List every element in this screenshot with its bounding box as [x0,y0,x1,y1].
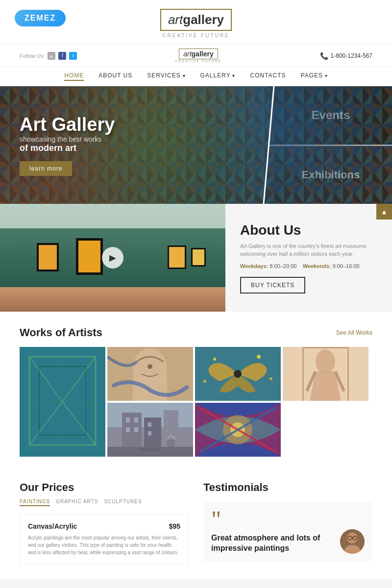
follow-us-area: Follow Us: ✉ f t [20,52,77,60]
prices-title: Our Prices [20,481,189,494]
about-title: About Us [240,222,377,238]
brand-gallery: gallery [183,12,224,27]
about-video-area: ▶ [0,204,225,312]
work-item-1[interactable] [20,347,105,457]
svg-rect-26 [134,427,138,432]
follow-us-label: Follow Us: [20,53,45,59]
nav-services[interactable]: SERVICES [147,72,185,81]
svg-rect-31 [142,448,159,451]
nav-about[interactable]: ABOUT US [98,72,132,81]
main-nav: HOME ABOUT US SERVICES GALLERY CONTACTS … [0,67,392,86]
weekdays-label: Weekdays: [240,263,268,269]
about-description: Art Gallery is one of the country's fine… [240,242,377,258]
svg-rect-28 [148,431,151,436]
works-section: Works of Artists See All Works [0,312,392,466]
phone-area: 📞 1-800-1234-567 [320,52,372,60]
hero-content-left: Art Gallery showcasing the best works of… [0,86,270,204]
scroll-top-button[interactable]: ▲ [376,204,392,220]
weekends-label: Weekends: [303,263,331,269]
work-item-4[interactable] [283,347,368,401]
svg-point-8 [234,370,242,378]
weekends-hours: 9:00–16:00 [333,263,360,269]
work-item-6[interactable] [195,403,281,457]
svg-point-10 [257,355,261,359]
testimonial-avatar [340,529,365,554]
header-logo-tagline: CREATIVE FUTURE [175,59,222,63]
hero-subtitle: showcasing the best works [20,135,250,143]
brand-art: art [168,12,183,27]
price-card-title: Canvas/Acrylic [28,522,77,530]
quote-mark: " [211,510,365,529]
prices-tab-paintings[interactable]: PAINTINGS [20,499,50,506]
email-icon[interactable]: ✉ [48,52,55,60]
testimonials-title: Testimonials [203,481,372,494]
prices-tab-graphic-arts[interactable]: GRAPHIC ARTS [56,499,98,506]
svg-point-9 [213,358,216,361]
works-grid [20,347,372,457]
svg-point-6 [147,364,152,369]
about-section: ▶ About Us Art Gallery is one of the cou… [0,204,392,312]
twitter-icon[interactable]: t [69,52,77,60]
work-item-2[interactable] [107,347,193,401]
price-card-description: Acrylic paintings are the most popular a… [28,534,180,556]
hero-learn-more-button[interactable]: learn more [20,161,72,176]
buy-tickets-button[interactable]: buy tickets [240,277,305,294]
hero-title: Art Gallery [20,114,250,135]
phone-number: 1-800-1234-567 [331,52,372,59]
prices-tab-sculptures[interactable]: SCULPTURES [104,499,142,506]
price-card: Canvas/Acrylic $95 Acrylic paintings are… [20,514,189,564]
zemez-badge: ZEMEZ [15,10,66,26]
prices-section: Our Prices PAINTINGS GRAPHIC ARTS SCULPT… [20,481,189,564]
svg-rect-15 [302,347,304,401]
svg-rect-23 [126,417,130,422]
svg-rect-27 [148,422,151,427]
work-item-3[interactable] [195,347,281,401]
bottom-section: Our Prices PAINTINGS GRAPHIC ARTS SCULPT… [0,466,392,579]
phone-icon: 📞 [320,52,328,60]
testimonial-card: " Great atmosphere and lots of impressiv… [203,502,372,562]
price-card-amount: $95 [169,522,180,530]
svg-rect-14 [302,347,349,348]
svg-point-17 [316,349,335,374]
prices-tabs: PAINTINGS GRAPHIC ARTS SCULPTURES [20,499,189,506]
weekdays-hours: 8:00–20:00 [270,263,296,269]
work-item-5[interactable] [107,403,193,457]
header-logo: art gallery CREATIVE FUTURE [175,49,222,63]
svg-rect-24 [134,417,138,422]
testimonials-section: Testimonials " Great atmosphere and lots… [203,481,372,564]
svg-point-12 [270,377,272,380]
hero-banner: Art Gallery showcasing the best works of… [0,86,392,204]
svg-rect-25 [126,427,130,432]
header-logo-art: art [183,50,191,58]
svg-point-11 [203,380,206,383]
brand-tagline: CREATIVE FUTURE [162,33,230,38]
play-button[interactable]: ▶ [102,247,123,269]
nav-home[interactable]: HOME [64,72,84,81]
facebook-icon[interactable]: f [58,52,66,60]
nav-gallery[interactable]: GALLERY [200,72,236,81]
header-logo-gallery: gallery [192,50,214,58]
hero-subtitle2: of modern art [20,143,250,153]
nav-pages[interactable]: PAGES [301,72,328,81]
see-all-works-link[interactable]: See All Works [336,329,372,336]
nav-contacts[interactable]: CONTACTS [250,72,286,81]
works-title: Works of Artists [20,326,102,339]
svg-rect-16 [347,347,349,401]
about-info: About Us Art Gallery is one of the count… [225,204,392,312]
about-hours: Weekdays: 8:00–20:00 Weekends: 9:00–16:0… [240,263,377,269]
